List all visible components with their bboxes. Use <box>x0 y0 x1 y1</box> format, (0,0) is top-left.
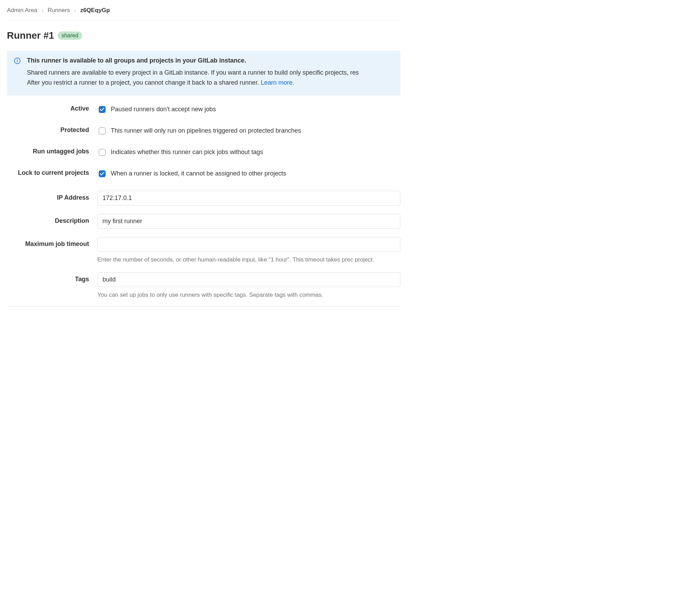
learn-more-link[interactable]: Learn more. <box>261 79 294 86</box>
status-badge: shared <box>58 31 82 40</box>
page-title: Runner #1 <box>7 30 54 41</box>
timeout-help-text: Enter the number of seconds, or other hu… <box>97 255 400 264</box>
label-description: Description <box>7 214 97 225</box>
protected-checkbox[interactable] <box>99 127 106 134</box>
breadcrumb-current: z6QEqyGp <box>80 7 110 13</box>
label-active: Active <box>7 105 97 112</box>
tags-help-text: You can set up jobs to only use runners … <box>97 291 400 300</box>
lock-checkbox[interactable] <box>99 170 106 177</box>
protected-checkbox-text: This runner will only run on pipelines t… <box>111 127 301 134</box>
label-timeout: Maximum job timeout <box>7 237 97 248</box>
breadcrumb-runners[interactable]: Runners <box>48 7 70 13</box>
label-untagged: Run untagged jobs <box>7 148 97 155</box>
chevron-right-icon: › <box>74 8 76 13</box>
label-protected: Protected <box>7 126 97 134</box>
untagged-checkbox-text: Indicates whether this runner can pick j… <box>111 149 263 156</box>
info-banner-text: Shared runners are available to every pr… <box>27 68 393 88</box>
lock-checkbox-text: When a runner is locked, it cannot be as… <box>111 170 286 177</box>
info-banner: This runner is available to all groups a… <box>7 51 400 95</box>
tags-input[interactable] <box>97 272 400 287</box>
ip-address-input[interactable] <box>97 191 400 206</box>
chevron-right-icon: › <box>42 8 43 13</box>
svg-point-2 <box>17 59 18 59</box>
info-icon <box>14 57 21 88</box>
label-tags: Tags <box>7 272 97 283</box>
label-lock: Lock to current projects <box>7 169 97 177</box>
timeout-input[interactable] <box>97 237 400 252</box>
divider <box>7 306 400 307</box>
breadcrumb-admin-area[interactable]: Admin Area <box>7 7 37 13</box>
active-checkbox[interactable] <box>99 106 106 113</box>
label-ip: IP Address <box>7 191 97 201</box>
active-checkbox-text: Paused runners don't accept new jobs <box>111 106 216 113</box>
description-input[interactable] <box>97 214 400 229</box>
untagged-checkbox[interactable] <box>99 149 106 156</box>
info-banner-title: This runner is available to all groups a… <box>27 57 393 64</box>
breadcrumb: Admin Area › Runners › z6QEqyGp <box>7 6 400 20</box>
